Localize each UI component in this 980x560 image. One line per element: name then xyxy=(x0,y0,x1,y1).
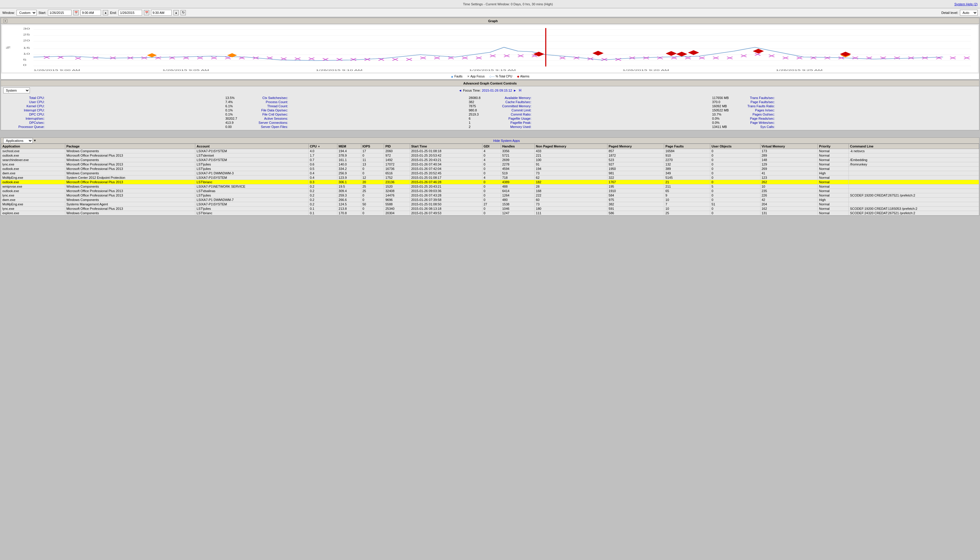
table-cell: svchost.exe xyxy=(1,149,65,153)
stat-dpc-cpu: DPC CPU: 0.1% xyxy=(3,112,247,117)
system-select[interactable]: System xyxy=(3,87,30,93)
table-cell: 4 xyxy=(482,175,501,180)
table-cell: 718 xyxy=(501,175,534,180)
window-select[interactable]: Custom xyxy=(17,10,37,16)
col-header-cpu[interactable]: CPU ▼ xyxy=(308,144,337,149)
table-cell: 0.2 xyxy=(308,198,337,202)
col-header-package[interactable]: Package xyxy=(65,144,195,149)
col-header-pid[interactable]: PID xyxy=(384,144,410,149)
graph-title: Graph xyxy=(9,19,977,23)
col-header-paged-memory[interactable]: Paged Memory xyxy=(607,144,664,149)
start-time-up-btn[interactable]: ▲ xyxy=(103,10,108,15)
graph-close-btn[interactable]: × xyxy=(3,19,7,23)
col-header-start-time[interactable]: Start Time xyxy=(410,144,482,149)
table-row[interactable]: svchost.exeWindows ComponentsLSIXA7-P1\S… xyxy=(1,149,979,153)
table-cell: Normal xyxy=(818,202,849,207)
table-row[interactable]: lync.exeMicrosoft Office Professional Pl… xyxy=(1,207,979,211)
table-row[interactable]: lync.exeMicrosoft Office Professional Pl… xyxy=(1,162,979,167)
end-date-input[interactable] xyxy=(118,10,142,16)
table-cell: 124.5 xyxy=(338,202,361,207)
table-cell xyxy=(849,180,979,184)
table-cell xyxy=(849,153,979,158)
table-row[interactable]: wmiprvse.exeWindows ComponentsLSIXA7-P1\… xyxy=(1,184,979,189)
start-date-input[interactable] xyxy=(48,10,72,16)
table-cell: 584 xyxy=(607,193,664,198)
table-cell: 0 xyxy=(710,149,760,153)
col-header-priority[interactable]: Priority xyxy=(818,144,849,149)
table-cell: 73 xyxy=(534,171,607,175)
hide-system-apps-btn[interactable]: Hide System Apps xyxy=(493,139,520,142)
table-cell: 389 xyxy=(664,167,710,171)
col-header-user-objects[interactable]: User Objects xyxy=(710,144,760,149)
focus-next-btn[interactable]: ► xyxy=(513,89,516,92)
table-row[interactable]: explore.exeWindows ComponentsLST\brianc0… xyxy=(1,211,979,215)
stat-total-cpu: Total CPU: 13.5% xyxy=(3,96,247,100)
table-row[interactable]: dwm.exeWindows ComponentsLSIXA7-P1 DWM\D… xyxy=(1,171,979,175)
top-bar-help-link[interactable]: System Help (2) xyxy=(954,2,978,6)
col-header-iops[interactable]: IOPS xyxy=(361,144,384,149)
table-cell: 2015-01-26 07:42:04 xyxy=(410,167,482,171)
stat-commit-ratio: Commit Ratio: 10.7% xyxy=(490,112,734,117)
table-cell: 0.3 xyxy=(308,180,337,184)
table-cell: Microsoft Office Professional Plus 2013 xyxy=(65,167,195,171)
table-row[interactable]: outlook.exeMicrosoft Office Professional… xyxy=(1,180,979,184)
table-row[interactable]: MsMpEng.exeSystems Management AgentLSIXA… xyxy=(1,202,979,207)
table-row[interactable]: lync.exeMicrosoft Office Professional Pl… xyxy=(1,193,979,198)
table-cell: 28 xyxy=(534,184,607,189)
col-header-gdi[interactable]: GDI xyxy=(482,144,501,149)
stat-memory-used: Memory Used: 13411 MB xyxy=(490,125,734,129)
stat-available-memory: Available Memory: 117656 MB xyxy=(490,96,734,100)
table-cell: LST\julies xyxy=(195,167,308,171)
start-time-input[interactable] xyxy=(80,10,101,16)
table-cell: 2015-01-25 20:43:21 xyxy=(410,184,482,189)
table-row[interactable]: outlook.exeMicrosoft Office Professional… xyxy=(1,167,979,171)
focus-prev-btn[interactable]: ◄ xyxy=(459,89,462,92)
table-cell: Normal xyxy=(818,167,849,171)
table-header-row: Application Package Account CPU ▼ MEM IO… xyxy=(1,144,979,149)
col-header-non-paged-memory[interactable]: Non Paged Memory xyxy=(534,144,607,149)
applications-select[interactable]: Applications xyxy=(3,138,33,143)
stat-processor-queue: Processor Queue: 0.00 xyxy=(3,125,247,129)
table-cell: outlook.exe xyxy=(1,167,65,171)
stats-grid: Total CPU: 13.5% User CPU: 7.4% Kernel C… xyxy=(1,95,979,130)
table-cell: 6414 xyxy=(501,189,534,193)
dropdown-arrow-btn[interactable]: ▼ xyxy=(33,139,37,142)
stat-pages-out: Pages Out/sec: xyxy=(733,112,977,117)
col-header-account[interactable]: Account xyxy=(195,144,308,149)
detail-select[interactable]: Auto xyxy=(960,10,978,16)
table-row[interactable]: outlook.exeMicrosoft Office Professional… xyxy=(1,153,979,158)
focus-marker-btn[interactable]: H xyxy=(519,88,521,92)
col-header-handles[interactable]: Handles xyxy=(501,144,534,149)
stat-dpcs-sec: DPCs/sec: 413.9 xyxy=(3,120,247,125)
end-date-cal-btn[interactable]: 📅 xyxy=(144,10,149,15)
table-cell: 148 xyxy=(760,158,818,162)
col-header-virtual-memory[interactable]: Virtual Memory xyxy=(760,144,818,149)
table-cell: 131 xyxy=(760,211,818,215)
start-date-cal-btn[interactable]: 📅 xyxy=(73,10,78,15)
col-header-command-line[interactable]: Command Line xyxy=(849,144,979,149)
table-cell: Microsoft Office Professional Plus 2013 xyxy=(65,153,195,158)
table-cell: LSIXA7-P1\SYSTEM xyxy=(195,202,308,207)
refresh-btn[interactable]: ↻ xyxy=(181,10,186,15)
table-cell: System Center 2012 Endpoint Protection xyxy=(65,175,195,180)
table-cell: 194.4 xyxy=(338,149,361,153)
table-row[interactable]: dwm.exeWindows ComponentsLSIXA7-P1 DWM\D… xyxy=(1,198,979,202)
end-time-up-btn[interactable]: ▲ xyxy=(173,10,179,15)
end-time-input[interactable] xyxy=(151,10,171,16)
col-header-page-faults[interactable]: Page Faults xyxy=(664,144,710,149)
table-cell: 2015-01-25 20:52:45 xyxy=(410,171,482,175)
table-cell: 4594 xyxy=(501,167,534,171)
col-header-application[interactable]: Application xyxy=(1,144,65,149)
table-row[interactable]: outlook.exeMicrosoft Office Professional… xyxy=(1,189,979,193)
table-cell: Microsoft Office Professional Plus 2013 xyxy=(65,193,195,198)
applications-table-container[interactable]: Application Package Account CPU ▼ MEM IO… xyxy=(1,143,979,215)
table-row[interactable]: MsMpEng.exeSystem Center 2012 Endpoint P… xyxy=(1,175,979,180)
svg-marker-150 xyxy=(592,51,604,55)
table-cell: 0 xyxy=(710,198,760,202)
stat-trans-faults: Trans Faults/sec: xyxy=(733,96,977,100)
table-cell: 0.4 xyxy=(308,171,337,175)
col-header-mem[interactable]: MEM xyxy=(338,144,361,149)
table-row[interactable]: searchindexer.exeWindows ComponentsLSIXA… xyxy=(1,158,979,162)
table-cell: 42 xyxy=(760,198,818,202)
graph-area: 30 25 20 15 10 5 0 % xyxy=(2,25,978,72)
